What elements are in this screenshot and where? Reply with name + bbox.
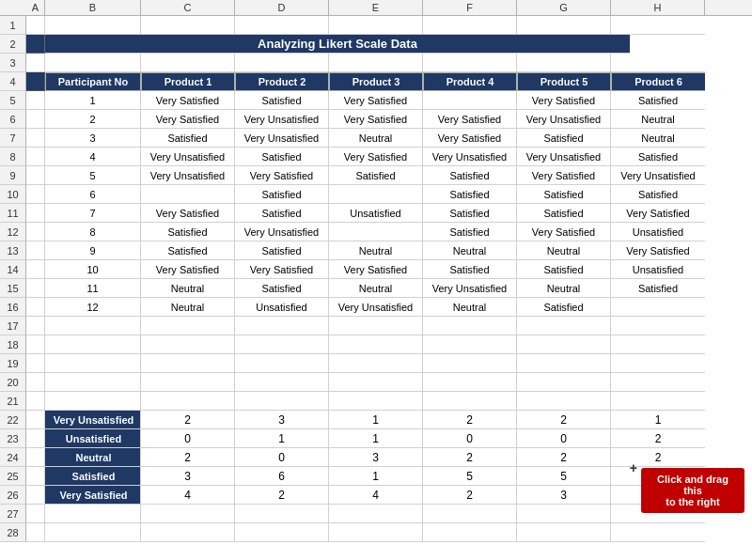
cell-3b[interactable] — [45, 54, 141, 72]
cell-24c-p1[interactable]: 2 — [141, 448, 235, 467]
cell-8g-p5[interactable]: Very Unsatisfied — [517, 148, 611, 166]
cell-13f-p4[interactable]: Neutral — [423, 241, 517, 260]
cell-5b-no[interactable]: 1 — [45, 91, 141, 110]
cell-13c-p1[interactable]: Satisfied — [141, 241, 235, 260]
cell-14d-p2[interactable]: Very Satisfied — [235, 260, 329, 279]
cell-15f-p4[interactable]: Very Unsatisfied — [423, 279, 517, 298]
cell-18d[interactable] — [235, 335, 329, 354]
cell-7g-p5[interactable]: Satisfied — [517, 129, 611, 148]
col-header-participant[interactable]: Participant No — [45, 72, 141, 91]
cell-5f-p4[interactable] — [423, 91, 517, 110]
col-header-product3[interactable]: Product 3 — [329, 72, 423, 91]
cell-24f-p4[interactable]: 2 — [423, 448, 517, 467]
cell-8h-p6[interactable]: Satisfied — [611, 148, 705, 166]
cell-19h[interactable] — [611, 354, 705, 373]
cell-26d-p2[interactable]: 2 — [235, 486, 329, 505]
cell-21c[interactable] — [141, 392, 235, 411]
cell-19f[interactable] — [423, 354, 517, 373]
cell-3c[interactable] — [141, 54, 235, 72]
cell-3g[interactable] — [517, 54, 611, 72]
cell-28c[interactable] — [141, 523, 235, 542]
cell-6f-p4[interactable]: Very Satisfied — [423, 110, 517, 129]
cell-8b-no[interactable]: 4 — [45, 148, 141, 166]
cell-17d[interactable] — [235, 317, 329, 335]
cell-28g[interactable] — [517, 523, 611, 542]
cell-17f[interactable] — [423, 317, 517, 335]
cell-19d[interactable] — [235, 354, 329, 373]
cell-22d-p2[interactable]: 3 — [235, 411, 329, 429]
cell-27c[interactable] — [141, 505, 235, 523]
cell-27g[interactable] — [517, 505, 611, 523]
cell-18g[interactable] — [517, 335, 611, 354]
cell-11a[interactable] — [26, 204, 45, 223]
cell-13e-p3[interactable]: Neutral — [329, 241, 423, 260]
cell-23b-label[interactable]: Unsatisfied — [45, 429, 141, 448]
cell-25f-p4[interactable]: 5 — [423, 467, 517, 486]
cell-1a[interactable] — [26, 16, 45, 35]
cell-21g[interactable] — [517, 392, 611, 411]
cell-26b-label[interactable]: Very Satisfied — [45, 486, 141, 505]
cell-1g[interactable] — [517, 16, 611, 35]
cell-22f-p4[interactable]: 2 — [423, 411, 517, 429]
cell-14e-p3[interactable]: Very Satisfied — [329, 260, 423, 279]
cell-17c[interactable] — [141, 317, 235, 335]
cell-14a[interactable] — [26, 260, 45, 279]
cell-15h-p6[interactable]: Satisfied — [611, 279, 705, 298]
cell-7a[interactable] — [26, 129, 45, 148]
cell-27d[interactable] — [235, 505, 329, 523]
cell-11c-p1[interactable]: Very Satisfied — [141, 204, 235, 223]
cell-24a[interactable] — [26, 448, 45, 467]
cell-13g-p5[interactable]: Neutral — [517, 241, 611, 260]
cell-23e-p3[interactable]: 1 — [329, 429, 423, 448]
cell-18a[interactable] — [26, 335, 45, 354]
cell-25d-p2[interactable]: 6 — [235, 467, 329, 486]
cell-9b-no[interactable]: 5 — [45, 166, 141, 185]
cell-28f[interactable] — [423, 523, 517, 542]
cell-8d-p2[interactable]: Satisfied — [235, 148, 329, 166]
cell-6a[interactable] — [26, 110, 45, 129]
cell-23a[interactable] — [26, 429, 45, 448]
cell-9h-p6[interactable]: Very Unsatisfied — [611, 166, 705, 185]
cell-19b[interactable] — [45, 354, 141, 373]
cell-22g-p5[interactable]: 2 — [517, 411, 611, 429]
cell-25e-p3[interactable]: 1 — [329, 467, 423, 486]
cell-15g-p5[interactable]: Neutral — [517, 279, 611, 298]
cell-12b-no[interactable]: 8 — [45, 223, 141, 241]
cell-10e-p3[interactable] — [329, 185, 423, 204]
cell-26a[interactable] — [26, 486, 45, 505]
cell-20d[interactable] — [235, 373, 329, 392]
cell-18f[interactable] — [423, 335, 517, 354]
cell-27a[interactable] — [26, 505, 45, 523]
cell-16a[interactable] — [26, 298, 45, 317]
cell-12f-p4[interactable]: Satisfied — [423, 223, 517, 241]
cell-20e[interactable] — [329, 373, 423, 392]
cell-18e[interactable] — [329, 335, 423, 354]
cell-14c-p1[interactable]: Very Satisfied — [141, 260, 235, 279]
cell-8f-p4[interactable]: Very Unsatisfied — [423, 148, 517, 166]
cell-6c-p1[interactable]: Very Satisfied — [141, 110, 235, 129]
cell-24d-p2[interactable]: 0 — [235, 448, 329, 467]
cell-9f-p4[interactable]: Satisfied — [423, 166, 517, 185]
cell-28e[interactable] — [329, 523, 423, 542]
cell-26e-p3[interactable]: 4 — [329, 486, 423, 505]
cell-7f-p4[interactable]: Very Satisfied — [423, 129, 517, 148]
cell-26g-p5[interactable]: 3 — [517, 486, 611, 505]
cell-27b[interactable] — [45, 505, 141, 523]
cell-3d[interactable] — [235, 54, 329, 72]
col-header-product5[interactable]: Product 5 — [517, 72, 611, 91]
cell-15a[interactable] — [26, 279, 45, 298]
cell-19c[interactable] — [141, 354, 235, 373]
cell-2a[interactable] — [26, 35, 45, 54]
cell-22b-label[interactable]: Very Unsatisfied — [45, 411, 141, 429]
cell-22a[interactable] — [26, 411, 45, 429]
cell-1h[interactable] — [611, 16, 705, 35]
cell-25c-p1[interactable]: 3 — [141, 467, 235, 486]
cell-6g-p5[interactable]: Very Unsatisfied — [517, 110, 611, 129]
cell-7d-p2[interactable]: Very Unsatisfied — [235, 129, 329, 148]
cell-19a[interactable] — [26, 354, 45, 373]
cell-16b-no[interactable]: 12 — [45, 298, 141, 317]
cell-10d-p2[interactable]: Satisfied — [235, 185, 329, 204]
cell-12e-p3[interactable] — [329, 223, 423, 241]
cell-17a[interactable] — [26, 317, 45, 335]
cell-6e-p3[interactable]: Very Satisfied — [329, 110, 423, 129]
